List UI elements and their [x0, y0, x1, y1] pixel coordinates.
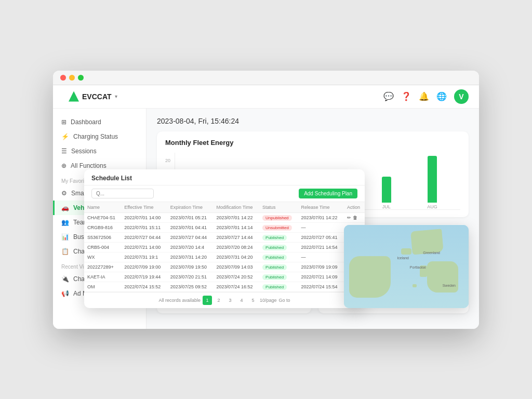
- status-badge: Published: [262, 245, 287, 250]
- app-window: EVCCAT ▾ 💬 ❓ 🔔 🌐 V ⊞ Dashboard ⚡ Chargin…: [53, 71, 479, 329]
- pagination: All records available 1 2 3 4 5 10/page …: [84, 292, 365, 308]
- help-icon[interactable]: ❓: [401, 91, 411, 101]
- sidebar-item-dashboard[interactable]: ⊞ Dashboard: [53, 115, 146, 129]
- sidebar-label-functions: All Functions: [71, 162, 107, 169]
- brand-logo-icon: [69, 91, 79, 102]
- portlaoise-label: Portlaoise: [410, 265, 426, 269]
- europe-land: [427, 261, 458, 292]
- minimize-button[interactable]: [69, 75, 75, 81]
- add-scheduling-plan-button[interactable]: Add Scheduling Plan: [299, 189, 357, 198]
- bar-label-aug: AUG: [427, 204, 437, 209]
- sidebar-label-sessions: Sessions: [71, 148, 97, 155]
- team-icon: 👥: [61, 219, 69, 226]
- bar-label-jul: JUL: [382, 204, 391, 209]
- pagination-total-label: All records available: [158, 298, 201, 303]
- ad-manager-icon: 📢: [61, 290, 69, 297]
- sweden-label: Sweden: [443, 284, 456, 287]
- status-badge: Unsubmitted: [262, 225, 292, 231]
- title-bar: [53, 71, 479, 85]
- schedule-table: Name Effective Time Expiration Time Modi…: [84, 202, 365, 292]
- functions-icon: ⊕: [61, 162, 66, 169]
- table-row: CRB5-004 2022/07/21 14:00 2023/07/20 14:…: [84, 242, 365, 252]
- chat-icon[interactable]: 💬: [383, 91, 394, 101]
- per-page-label: 10/page: [260, 298, 277, 303]
- col-expiration: Expiration Time: [167, 202, 214, 213]
- bar-aug: AUG: [409, 156, 455, 209]
- ireland-land: [413, 284, 417, 287]
- brand-dropdown-icon[interactable]: ▾: [115, 94, 117, 99]
- user-avatar[interactable]: V: [454, 89, 469, 104]
- page-1-button[interactable]: 1: [203, 296, 212, 305]
- smart-charging-icon: ⚙: [61, 190, 67, 197]
- iceland-land: [401, 248, 411, 255]
- energy-chart-title: Monthly Fleet Energy: [165, 139, 460, 147]
- go-to-label: Go to: [279, 298, 290, 303]
- maximize-button[interactable]: [78, 75, 84, 81]
- col-status: Status: [259, 202, 298, 213]
- page-2-button[interactable]: 2: [214, 296, 223, 305]
- status-badge: Published: [262, 264, 287, 270]
- status-badge: Published: [262, 255, 287, 260]
- page-3-button[interactable]: 3: [225, 296, 235, 305]
- page-5-button[interactable]: 5: [248, 296, 258, 305]
- map-overlay: Sweden Greenland Iceland Portlaoise: [344, 225, 469, 308]
- col-name: Name: [84, 202, 121, 213]
- bar-jul: JUL: [364, 177, 409, 209]
- charging-icon: ⚡: [61, 133, 69, 140]
- vehicle-icon: 🚗: [61, 204, 69, 211]
- close-button[interactable]: [60, 75, 66, 81]
- table-row: 2022Z7289+ 2022/07/09 19:00 2023/07/09 1…: [84, 262, 365, 272]
- sidebar-item-sessions[interactable]: ☰ Sessions: [53, 144, 146, 158]
- north-america-land: [349, 256, 391, 298]
- map-background: Sweden Greenland Iceland Portlaoise: [344, 225, 469, 308]
- sidebar-item-charging-status[interactable]: ⚡ Charging Status: [53, 129, 146, 144]
- table-row: OM 2022/07/24 15:52 2023/07/25 09:52 202…: [84, 282, 365, 291]
- globe-icon[interactable]: 🌐: [436, 91, 447, 101]
- analysis-icon: 📊: [61, 233, 69, 241]
- schedule-search-input[interactable]: [91, 189, 154, 198]
- col-release: Release Time: [298, 202, 344, 213]
- status-badge: Published: [262, 284, 287, 290]
- schedule-list-title: Schedule List: [84, 169, 365, 185]
- col-action: Action: [344, 202, 365, 213]
- table-row: WX 2022/07/31 19:1 2023/07/31 14:20 2023…: [84, 252, 365, 262]
- status-badge: Unpublished: [262, 215, 291, 221]
- status-badge: Published: [262, 274, 287, 280]
- bell-icon[interactable]: 🔔: [419, 91, 429, 101]
- brand-name: EVCCAT: [82, 92, 112, 101]
- row-name: CHAE704-S1: [84, 212, 121, 222]
- iceland-label: Iceland: [397, 256, 409, 260]
- schedule-toolbar: Add Scheduling Plan: [84, 185, 365, 202]
- charger-manager-icon: 🔌: [61, 275, 69, 283]
- sidebar-label-dashboard: Dashboard: [71, 118, 101, 126]
- sidebar-label-charging: Charging Status: [73, 133, 118, 140]
- col-effective: Effective Time: [121, 202, 167, 213]
- table-row: KAET-IA 2022/07/19 19:44 2023/07/20 21:5…: [84, 272, 365, 282]
- col-modification: Modification Time: [213, 202, 259, 213]
- logs-icon: 📋: [61, 248, 69, 255]
- dashboard-icon: ⊞: [61, 118, 66, 126]
- app-header: EVCCAT ▾ 💬 ❓ 🔔 🌐 V: [53, 85, 479, 109]
- table-row: CHAE704-S1 2022/07/01 14:00 2023/07/01 0…: [84, 212, 365, 222]
- status-badge: Published: [262, 235, 287, 241]
- y-label-20: 20: [165, 158, 170, 163]
- table-row: S53672506 2022/07/27 04:44 2023/07/27 04…: [84, 232, 365, 242]
- page-4-button[interactable]: 4: [237, 296, 246, 305]
- sessions-icon: ☰: [61, 148, 67, 155]
- schedule-list-overlay: Schedule List Add Scheduling Plan Name E…: [84, 169, 365, 308]
- datetime-display: 2023-08-04, Fri, 15:46:24: [157, 117, 469, 125]
- greenland-label: Greenland: [423, 251, 440, 255]
- table-row: CRGB9-816 2022/07/01 15:11 2023/07/01 04…: [84, 222, 365, 232]
